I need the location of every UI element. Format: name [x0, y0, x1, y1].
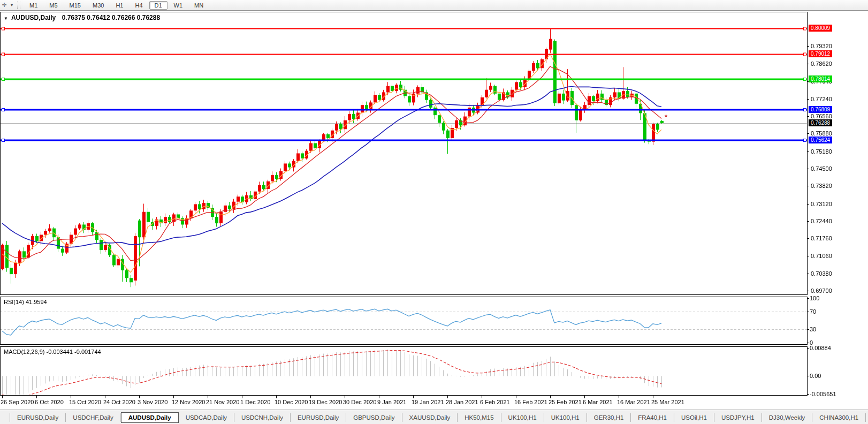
price-tick-label: 0.70380	[811, 270, 832, 277]
date-label: 25 Mar 2021	[651, 399, 684, 405]
price-tick-label: 0.78620	[811, 60, 832, 67]
date-label: 28 Jan 2021	[446, 399, 478, 405]
timeframe-button-M5[interactable]: M5	[44, 1, 63, 10]
tab-HK50-M15[interactable]: HK50,M15	[458, 413, 501, 422]
timeframe-button-W1[interactable]: W1	[169, 1, 188, 10]
macd-indicator-label: MACD(12,26,9) -0.003441 -0.001744	[4, 349, 101, 355]
price-tick-label: 0.75180	[811, 148, 832, 155]
price-tick-label: 0.74500	[811, 165, 832, 172]
tab-USDCNH-Daily[interactable]: USDCNH,Daily	[234, 413, 291, 422]
hline-price-tag: 0.75624	[809, 137, 832, 143]
tab-AUDUSD-Daily[interactable]: AUDUSD,Daily	[121, 412, 179, 423]
date-label: 10 Dec 2020	[275, 399, 308, 405]
tab-USDCAD-Daily[interactable]: USDCAD,Daily	[179, 413, 234, 422]
hline-price-tag: 0.78014	[809, 75, 832, 82]
price-tick-label: 0.73820	[811, 183, 832, 189]
date-label: 30 Dec 2020	[343, 399, 376, 405]
tab-EURUSD-Daily[interactable]: EURUSD,Daily	[10, 413, 66, 422]
hline-price-tag: 0.76809	[809, 106, 832, 113]
price-tick-label: 0.71760	[811, 235, 832, 241]
rsi-scale-label: 30	[810, 326, 816, 332]
chart-symbol-label: AUDUSD,Daily	[11, 14, 56, 21]
date-label: 15 Oct 2020	[69, 399, 101, 405]
date-label: 1 Dec 2020	[240, 399, 270, 405]
tab-XAUUSD-Daily[interactable]: XAUUSD,Daily	[402, 413, 458, 422]
date-label: 24 Oct 2020	[103, 399, 135, 405]
timeframe-button-H1[interactable]: H1	[110, 1, 128, 10]
cursor-tool-dropdown-icon[interactable]: ▾	[9, 3, 15, 7]
rsi-scale-label: 70	[810, 308, 816, 315]
tab-UK100-H1[interactable]: UK100,H1	[501, 413, 544, 422]
macd-scale-label: 0.00884	[810, 345, 831, 351]
timeframe-buttons: M1M5M15M30H1H4D1W1MN	[24, 2, 209, 9]
date-label: 26 Sep 2020	[1, 399, 34, 405]
hline-price-tag: 0.79012	[809, 50, 832, 57]
tab-USDJPY-H1[interactable]: USDJPY,H1	[714, 413, 762, 422]
price-tick-label: 0.73120	[811, 201, 832, 207]
tab-CHINA300-H1[interactable]: CHINA300,H1	[812, 413, 866, 422]
date-label: 16 Mar 2021	[617, 399, 650, 405]
tab-DJ30-Weekly[interactable]: DJ30,Weekly	[762, 413, 813, 422]
timeframe-button-MN[interactable]: MN	[189, 1, 209, 10]
date-label: 21 Nov 2020	[206, 399, 239, 405]
date-label: 6 Feb 2021	[480, 399, 510, 405]
timeframe-button-M15[interactable]: M15	[64, 1, 86, 10]
timeframe-button-D1[interactable]: D1	[149, 1, 167, 10]
macd-scale-label: -0.005651	[810, 391, 836, 397]
timeframe-button-H4[interactable]: H4	[130, 1, 148, 10]
date-label: 16 Feb 2021	[514, 399, 547, 405]
toolbar-grip	[17, 2, 20, 9]
macd-scale-label: 0.00	[810, 373, 821, 379]
price-tick-label: 0.69700	[811, 287, 832, 294]
date-label: 19 Jan 2021	[412, 399, 444, 405]
date-label: 3 Nov 2020	[138, 399, 167, 405]
date-label: 12 Nov 2020	[172, 399, 205, 405]
price-tick-label: 0.72440	[811, 218, 832, 224]
price-tick-label: 0.71060	[811, 253, 832, 259]
current-price-tag: 0.76288	[809, 119, 832, 126]
chart-ohlc-values: 0.76375 0.76412 0.76266 0.76288	[62, 14, 161, 21]
date-label: 25 Feb 2021	[549, 399, 582, 405]
trading-platform-window: ✛ ▾ M1M5M15M30H1H4D1W1MN ▼AUDUSD,Daily 0…	[0, 0, 868, 424]
rsi-indicator-label: RSI(14) 41.9594	[4, 299, 47, 305]
price-tick-label: 0.77240	[811, 96, 832, 102]
chart-tab-bar: EURUSD,DailyUSDCHF,DailyAUDUSD,DailyUSDC…	[0, 410, 868, 424]
tab-USOil-H1[interactable]: USOil,H1	[674, 413, 714, 422]
timeframe-button-M1[interactable]: M1	[24, 1, 43, 10]
tab-USDCHF-Daily[interactable]: USDCHF,Daily	[66, 413, 120, 422]
timeframe-toolbar: ✛ ▾ M1M5M15M30H1H4D1W1MN	[0, 0, 868, 11]
tab-GBPUSD-Daily[interactable]: GBPUSD,Daily	[346, 413, 402, 422]
date-label: 6 Mar 2021	[583, 399, 613, 405]
date-label: 6 Oct 2020	[35, 399, 64, 405]
symbol-dropdown-icon[interactable]: ▼	[4, 16, 8, 21]
tab-EURUSD-Daily[interactable]: EURUSD,Daily	[291, 413, 346, 422]
tab-FRA40-H1[interactable]: FRA40,H1	[631, 413, 674, 422]
cursor-tool-icon[interactable]: ✛	[0, 2, 9, 9]
price-tick-label: 0.76560	[811, 113, 832, 119]
timeframe-button-M30[interactable]: M30	[87, 1, 109, 10]
chart-title: ▼AUDUSD,Daily 0.76375 0.76412 0.76266 0.…	[4, 14, 160, 21]
hline-price-tag: 0.80009	[809, 25, 832, 32]
date-label: 19 Dec 2020	[309, 399, 342, 405]
rsi-scale-label: 100	[810, 295, 819, 301]
date-label: 9 Jan 2021	[377, 399, 406, 405]
tab-UK100-H1[interactable]: UK100,H1	[544, 413, 587, 422]
chart-canvas[interactable]	[0, 0, 868, 424]
price-tick-label: 0.79320	[811, 43, 832, 49]
tab-GER30-H1[interactable]: GER30,H1	[587, 413, 631, 422]
